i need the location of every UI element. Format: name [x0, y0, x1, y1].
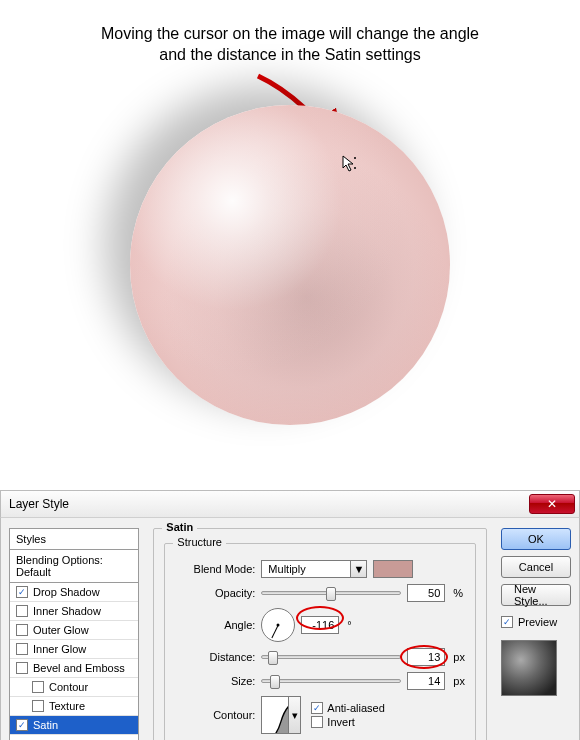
- chevron-down-icon: ▾: [288, 697, 300, 733]
- style-row-texture[interactable]: Texture: [10, 697, 138, 716]
- opacity-label: Opacity:: [175, 587, 255, 599]
- style-row-outer-glow[interactable]: Outer Glow: [10, 621, 138, 640]
- anti-aliased-checkbox[interactable]: Anti-aliased: [311, 702, 384, 714]
- distance-row: Distance: 13 px: [175, 648, 465, 666]
- satin-group-title: Satin: [162, 521, 197, 533]
- styles-header[interactable]: Styles: [10, 529, 138, 550]
- contour-row: Contour: ▾ Anti-aliased Invert: [175, 696, 465, 734]
- style-row-inner-shadow[interactable]: Inner Shadow: [10, 602, 138, 621]
- instruction-caption: Moving the cursor on the image will chan…: [0, 24, 580, 66]
- angle-label: Angle:: [175, 619, 255, 631]
- blending-options-row[interactable]: Blending Options: Default: [10, 550, 138, 583]
- size-input[interactable]: 14: [407, 672, 445, 690]
- style-row-bevel-emboss[interactable]: Bevel and Emboss: [10, 659, 138, 678]
- checkbox-icon[interactable]: [16, 662, 28, 674]
- checkbox-icon[interactable]: [16, 719, 28, 731]
- angle-center-dot: [277, 624, 280, 627]
- size-label: Size:: [175, 675, 255, 687]
- preview-checkbox[interactable]: Preview: [501, 616, 571, 628]
- chevron-down-icon: ▼: [350, 561, 366, 577]
- opacity-slider[interactable]: [261, 591, 401, 595]
- degree-unit: °: [345, 619, 351, 631]
- style-row-contour[interactable]: Contour: [10, 678, 138, 697]
- style-row-drop-shadow[interactable]: Drop Shadow: [10, 583, 138, 602]
- angle-wheel[interactable]: [261, 608, 295, 642]
- styles-list: Styles Blending Options: Default Drop Sh…: [9, 528, 139, 740]
- px-unit: px: [451, 651, 465, 663]
- style-row-satin[interactable]: Satin: [10, 716, 138, 735]
- checkbox-icon[interactable]: [16, 624, 28, 636]
- close-button[interactable]: ✕: [529, 494, 575, 514]
- distance-input[interactable]: 13: [407, 648, 445, 666]
- checkbox-icon[interactable]: [16, 643, 28, 655]
- dialog-body: Styles Blending Options: Default Drop Sh…: [0, 518, 580, 740]
- canvas-area: Moving the cursor on the image will chan…: [0, 0, 580, 490]
- checkbox-icon: [311, 702, 323, 714]
- close-icon: ✕: [547, 497, 557, 511]
- angle-row: Angle: -116 °: [175, 608, 465, 642]
- px-unit: px: [451, 675, 465, 687]
- size-row: Size: 14 px: [175, 672, 465, 690]
- dialog-right-column: OK Cancel New Style... Preview: [501, 528, 571, 740]
- slider-thumb-icon[interactable]: [268, 651, 278, 665]
- move-cursor-icon: [342, 155, 360, 173]
- caption-line-2: and the distance in the Satin settings: [159, 46, 421, 63]
- angle-input[interactable]: -116: [301, 616, 339, 634]
- style-label: Inner Glow: [33, 643, 86, 655]
- style-label: Texture: [49, 700, 85, 712]
- style-label: Bevel and Emboss: [33, 662, 125, 674]
- contour-label: Contour:: [175, 709, 255, 721]
- distance-slider[interactable]: [261, 655, 401, 659]
- anti-aliased-label: Anti-aliased: [327, 702, 384, 714]
- style-row-inner-glow[interactable]: Inner Glow: [10, 640, 138, 659]
- blend-mode-row: Blend Mode: Multiply ▼: [175, 560, 465, 578]
- structure-group: Structure Blend Mode: Multiply ▼ Opacity…: [164, 543, 476, 740]
- style-label: Contour: [49, 681, 88, 693]
- blend-mode-select[interactable]: Multiply ▼: [261, 560, 367, 578]
- checkbox-icon: [311, 716, 323, 728]
- satin-group: Satin Structure Blend Mode: Multiply ▼ O…: [153, 528, 487, 740]
- invert-label: Invert: [327, 716, 355, 728]
- checkbox-icon[interactable]: [16, 586, 28, 598]
- titlebar[interactable]: Layer Style ✕: [0, 490, 580, 518]
- slider-thumb-icon[interactable]: [270, 675, 280, 689]
- cancel-button[interactable]: Cancel: [501, 556, 571, 578]
- preview-label: Preview: [518, 616, 557, 628]
- checkbox-icon[interactable]: [32, 700, 44, 712]
- style-label: Satin: [33, 719, 58, 731]
- sphere-preview[interactable]: [130, 105, 450, 425]
- style-label: Drop Shadow: [33, 586, 100, 598]
- slider-thumb-icon[interactable]: [326, 587, 336, 601]
- distance-label: Distance:: [175, 651, 255, 663]
- blend-mode-value: Multiply: [262, 563, 350, 575]
- structure-title: Structure: [173, 536, 226, 548]
- contour-picker[interactable]: ▾: [261, 696, 301, 734]
- caption-line-1: Moving the cursor on the image will chan…: [101, 25, 479, 42]
- size-slider[interactable]: [261, 679, 401, 683]
- dialog-title: Layer Style: [9, 497, 69, 511]
- opacity-input[interactable]: 50: [407, 584, 445, 602]
- style-label: Outer Glow: [33, 624, 89, 636]
- color-swatch[interactable]: [373, 560, 413, 578]
- preview-thumbnail: [501, 640, 557, 696]
- percent-unit: %: [451, 587, 463, 599]
- angle-needle-icon: [272, 625, 279, 638]
- style-label: Inner Shadow: [33, 605, 101, 617]
- opacity-row: Opacity: 50 %: [175, 584, 465, 602]
- layer-style-dialog: Layer Style ✕ Styles Blending Options: D…: [0, 490, 580, 740]
- blend-mode-label: Blend Mode:: [175, 563, 255, 575]
- satin-panel: Satin Structure Blend Mode: Multiply ▼ O…: [153, 528, 487, 740]
- contour-options: Anti-aliased Invert: [311, 702, 384, 728]
- checkbox-icon[interactable]: [16, 605, 28, 617]
- ok-button[interactable]: OK: [501, 528, 571, 550]
- checkbox-icon[interactable]: [32, 681, 44, 693]
- invert-checkbox[interactable]: Invert: [311, 716, 384, 728]
- checkbox-icon: [501, 616, 513, 628]
- new-style-button[interactable]: New Style...: [501, 584, 571, 606]
